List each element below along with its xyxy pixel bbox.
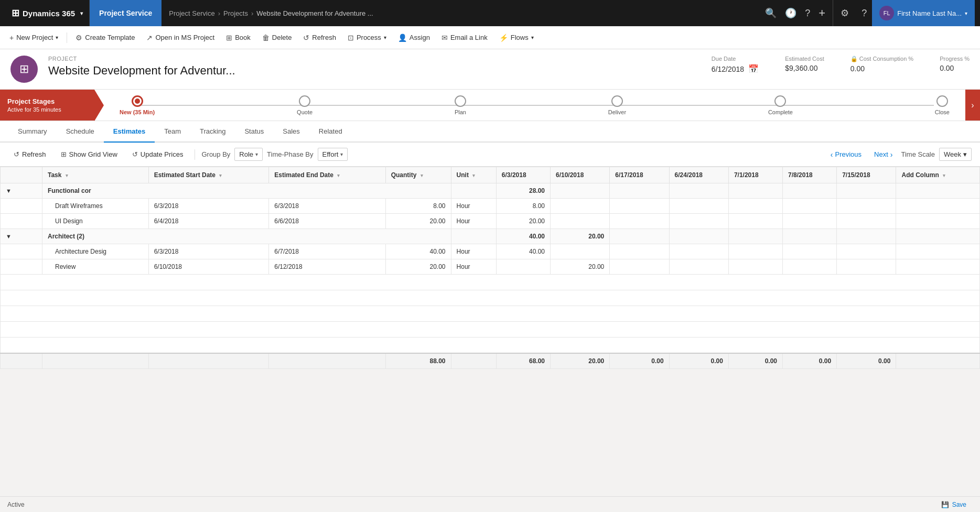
group-name-architect: Architect (2): [42, 229, 451, 244]
meta-cost-consumption: 🔒 Cost Consumption % 0.00: [850, 56, 913, 73]
col-header-task[interactable]: Task ▾: [42, 167, 149, 183]
meta-estimated-cost: Estimated Cost $9,360.00: [785, 56, 824, 72]
unit-architecture-design: Hour: [451, 244, 496, 259]
email-link-icon: ✉: [441, 34, 448, 42]
task-col-label: Task: [48, 171, 61, 179]
next-button[interactable]: Next ›: [870, 148, 897, 161]
end-date-sort-icon[interactable]: ▾: [337, 173, 340, 178]
breadcrumb: Project Service › Projects › Website Dev…: [161, 9, 758, 17]
new-project-dropdown-icon[interactable]: [56, 35, 58, 40]
stage-steps: New (35 Min) Quote Plan Deliver Complete…: [120, 95, 950, 115]
tab-schedule[interactable]: Schedule: [57, 121, 104, 143]
tab-tracking[interactable]: Tracking: [190, 121, 235, 143]
empty-row-5: [1, 337, 980, 353]
stage-next-button[interactable]: ›: [965, 90, 980, 121]
create-template-button[interactable]: ⚙ Create Template: [70, 30, 140, 45]
task-ui-design: UI Design: [42, 214, 149, 229]
step-circle-deliver: [611, 95, 623, 107]
unit-col-label: Unit: [457, 171, 469, 179]
start-date-sort-icon[interactable]: ▾: [219, 173, 222, 178]
group-w2-architect: 20.00: [551, 229, 610, 244]
group-by-arrow: [255, 151, 258, 157]
add-icon[interactable]: +: [819, 6, 825, 20]
col-header-unit[interactable]: Unit ▾: [451, 167, 496, 183]
grid-view-icon: ⊞: [61, 150, 67, 158]
settings-icon[interactable]: ⚙: [833, 7, 856, 19]
dynamics-dropdown-icon[interactable]: [80, 10, 83, 16]
step-inner-new: [135, 99, 140, 104]
question-icon[interactable]: ?: [856, 8, 872, 19]
delete-button[interactable]: 🗑 Delete: [257, 30, 297, 45]
stage-step-plan[interactable]: Plan: [455, 95, 466, 115]
stage-step-complete[interactable]: Complete: [768, 95, 793, 115]
show-grid-view-button[interactable]: ⊞ Show Grid View: [56, 148, 123, 161]
user-menu[interactable]: FL First Name Last Na...: [872, 0, 975, 26]
step-label-complete: Complete: [768, 109, 793, 115]
step-label-close: Close: [935, 109, 950, 115]
group-expand-architect[interactable]: ▼: [1, 229, 42, 244]
breadcrumb-item-1[interactable]: Project Service: [169, 9, 214, 17]
tab-related[interactable]: Related: [309, 121, 352, 143]
stage-step-quote[interactable]: Quote: [297, 95, 313, 115]
unit-sort-icon[interactable]: ▾: [472, 173, 475, 178]
refresh-button[interactable]: ↺ Refresh: [298, 30, 341, 45]
tab-summary[interactable]: Summary: [8, 121, 57, 143]
group-by-dropdown[interactable]: Role: [234, 148, 263, 161]
book-button[interactable]: ⊞ Book: [221, 30, 256, 45]
project-icon-symbol: ⊞: [19, 62, 29, 76]
cmd-sep-1: [67, 32, 67, 43]
empty-row-3: [1, 306, 980, 322]
group-row-functional: ▼ Functional cor 28.00: [1, 183, 980, 199]
tab-team[interactable]: Team: [155, 121, 190, 143]
col-header-add[interactable]: Add Column ▾: [896, 167, 980, 183]
help-icon[interactable]: ?: [805, 8, 810, 19]
task-sort-icon[interactable]: ▾: [66, 173, 68, 178]
group-expand-functional[interactable]: ▼: [1, 183, 42, 199]
flows-dropdown-icon: [531, 35, 534, 40]
project-avatar: ⊞: [10, 56, 38, 83]
meta-due-date: Due Date 6/12/2018 📅: [712, 56, 759, 74]
step-label-quote: Quote: [297, 109, 313, 115]
update-prices-button[interactable]: ↺ Update Prices: [127, 148, 189, 161]
dynamics-nav[interactable]: ⊞ Dynamics 365: [5, 0, 90, 26]
col-header-start-date[interactable]: Estimated Start Date ▾: [148, 167, 269, 183]
col-header-end-date[interactable]: Estimated End Date ▾: [269, 167, 385, 183]
previous-button[interactable]: ‹ Previous: [826, 148, 866, 161]
breadcrumb-item-2[interactable]: Projects: [223, 9, 248, 17]
time-scale-dropdown[interactable]: Week: [939, 148, 972, 161]
group-by-label: Group By: [201, 150, 230, 158]
tab-estimates[interactable]: Estimates: [104, 121, 155, 143]
summary-w7: 0.00: [837, 353, 896, 369]
process-button[interactable]: ⊡ Process: [342, 30, 392, 45]
search-icon[interactable]: 🔍: [765, 7, 777, 19]
email-link-button[interactable]: ✉ Email a Link: [436, 30, 493, 45]
stage-step-new[interactable]: New (35 Min): [120, 95, 155, 115]
flows-button[interactable]: ⚡ Flows: [494, 30, 539, 45]
group-unit-functional: [451, 183, 496, 199]
time-phase-by-dropdown[interactable]: Effort: [318, 148, 348, 161]
tab-status[interactable]: Status: [235, 121, 273, 143]
recent-icon[interactable]: 🕐: [785, 7, 796, 19]
stage-step-close[interactable]: Close: [935, 95, 950, 115]
col-header-quantity[interactable]: Quantity ▾: [385, 167, 451, 183]
w1-ui-design: 20.00: [496, 214, 550, 229]
assign-button[interactable]: 👤 Assign: [393, 30, 435, 45]
quantity-sort-icon[interactable]: ▾: [421, 173, 423, 178]
calendar-icon[interactable]: 📅: [748, 64, 759, 74]
end-architecture-design: 6/7/2018: [269, 244, 385, 259]
stage-step-deliver[interactable]: Deliver: [608, 95, 626, 115]
new-project-button[interactable]: + New Project: [4, 30, 63, 45]
start-ui-design: 6/4/2018: [148, 214, 269, 229]
estimates-refresh-button[interactable]: ↺ Refresh: [8, 148, 51, 161]
process-icon: ⊡: [348, 34, 354, 42]
user-dropdown-icon: [965, 10, 967, 16]
time-phase-by-label: Time-Phase By: [267, 150, 313, 158]
progress-label: Progress %: [940, 56, 970, 62]
col-header-w2: 6/10/2018: [551, 167, 610, 183]
col-header-w5: 7/1/2018: [728, 167, 782, 183]
open-ms-project-button[interactable]: ↗ Open in MS Project: [141, 30, 220, 45]
tab-sales[interactable]: Sales: [273, 121, 309, 143]
stage-track: New (35 Min) Quote Plan Deliver Complete…: [104, 90, 965, 121]
add-col-sort-icon[interactable]: ▾: [943, 173, 945, 178]
summary-w1: 68.00: [496, 353, 550, 369]
